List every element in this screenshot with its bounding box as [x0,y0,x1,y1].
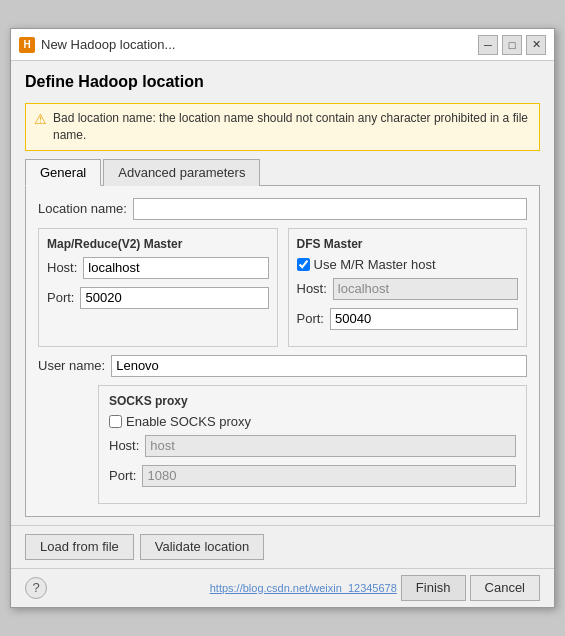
username-input[interactable] [111,355,527,377]
title-bar: H New Hadoop location... ─ □ ✕ [11,29,554,61]
dfs-port-row: Port: [297,308,519,330]
tab-bar: General Advanced parameters Location nam… [25,159,540,517]
close-button[interactable]: ✕ [526,35,546,55]
dfs-host-row: Host: [297,278,519,300]
warning-box: ⚠ Bad location name: the location name s… [25,103,540,151]
dfs-master-box: DFS Master Use M/R Master host Host: Por… [288,228,528,347]
master-config-section: Map/Reduce(V2) Master Host: Port: DFS Ma… [38,228,527,347]
mapreduce-master-box: Map/Reduce(V2) Master Host: Port: [38,228,278,347]
cancel-button[interactable]: Cancel [470,575,540,601]
location-name-input[interactable] [133,198,527,220]
maximize-button[interactable]: □ [502,35,522,55]
enable-socks-row: Enable SOCKS proxy [109,414,516,429]
socks-host-label: Host: [109,438,139,453]
dfs-port-label: Port: [297,311,324,326]
warning-text: Bad location name: the location name sho… [53,110,531,144]
socks-port-input[interactable] [142,465,516,487]
tab-advanced[interactable]: Advanced parameters [103,159,260,186]
mr-port-input[interactable] [80,287,268,309]
location-name-row: Location name: [38,198,527,220]
socks-host-row: Host: [109,435,516,457]
bottom-bar: ? https://blog.csdn.net/weixin_12345678 … [11,568,554,607]
footer-url: https://blog.csdn.net/weixin_12345678 [210,582,397,594]
tab-general[interactable]: General [25,159,101,186]
username-row: User name: [38,355,527,377]
mr-host-input[interactable] [83,257,268,279]
mr-host-row: Host: [47,257,269,279]
window-title: New Hadoop location... [41,37,478,52]
validate-location-button[interactable]: Validate location [140,534,264,560]
dialog-window: H New Hadoop location... ─ □ ✕ Define Ha… [10,28,555,608]
main-content: Define Hadoop location ⚠ Bad location na… [11,61,554,525]
load-from-file-button[interactable]: Load from file [25,534,134,560]
window-icon: H [19,37,35,53]
page-title: Define Hadoop location [25,73,540,91]
enable-socks-checkbox[interactable] [109,415,122,428]
use-mr-master-row: Use M/R Master host [297,257,519,272]
use-mr-master-checkbox[interactable] [297,258,310,271]
minimize-button[interactable]: ─ [478,35,498,55]
help-button[interactable]: ? [25,577,47,599]
socks-port-row: Port: [109,465,516,487]
mr-port-label: Port: [47,290,74,305]
window-controls: ─ □ ✕ [478,35,546,55]
tab-general-content: Location name: Map/Reduce(V2) Master Hos… [25,186,540,517]
mapreduce-section-title: Map/Reduce(V2) Master [47,237,269,251]
action-button-bar: Load from file Validate location [11,525,554,568]
location-name-label: Location name: [38,201,127,216]
socks-host-input[interactable] [145,435,516,457]
finish-button[interactable]: Finish [401,575,466,601]
dfs-host-input[interactable] [333,278,518,300]
dfs-section-title: DFS Master [297,237,519,251]
enable-socks-label: Enable SOCKS proxy [126,414,251,429]
username-label: User name: [38,358,105,373]
dfs-host-label: Host: [297,281,327,296]
dfs-port-input[interactable] [330,308,518,330]
mr-port-row: Port: [47,287,269,309]
socks-section-title: SOCKS proxy [109,394,516,408]
socks-proxy-section: SOCKS proxy Enable SOCKS proxy Host: Por… [98,385,527,504]
warning-icon: ⚠ [34,111,47,127]
socks-port-label: Port: [109,468,136,483]
use-mr-master-label: Use M/R Master host [314,257,436,272]
mr-host-label: Host: [47,260,77,275]
